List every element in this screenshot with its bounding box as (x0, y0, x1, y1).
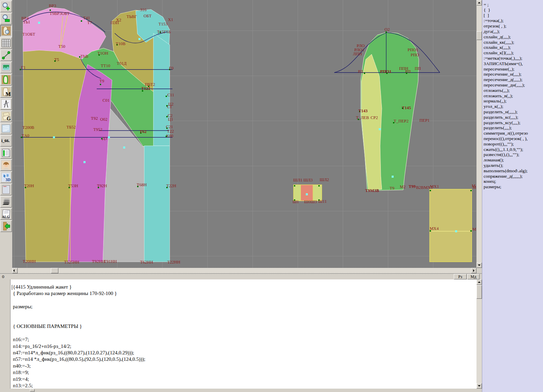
image-button[interactable] (0, 62, 12, 73)
arrow-up-icon (478, 281, 481, 283)
exit-button[interactable] (0, 220, 12, 232)
program-editor[interactable]: {4415 Удлиненный жакет }{ Разработано на… (10, 279, 476, 389)
command-item[interactable]: сжать((),,,1.1,0.9,""); (484, 147, 543, 152)
model-m-button[interactable]: M (0, 86, 12, 98)
zoom-in-button[interactable] (0, 1, 12, 12)
command-item[interactable]: отложить(,,,); (484, 88, 543, 93)
editor-line: п16:=7; (13, 336, 145, 343)
vscroll-track[interactable] (476, 5, 482, 262)
command-item[interactable]: перенос((),отрезок( , ), (484, 136, 543, 141)
command-item[interactable]: ломаная(); (484, 157, 543, 163)
svg-text:Т1ОБТ: Т1ОБТ (22, 32, 35, 37)
drafting-tools-button[interactable] (0, 98, 12, 110)
editor-line (13, 317, 145, 323)
alg-button[interactable]: ALG (0, 208, 12, 220)
svg-text:Ш1: Ш1 (293, 199, 299, 204)
blueprint-button[interactable] (0, 123, 12, 134)
command-item[interactable]: [ ] (484, 13, 543, 18)
command-item[interactable]: выполнить(dmod\.alg); (484, 168, 543, 174)
svg-text:Т_ПЕР2: Т_ПЕР2 (394, 119, 409, 123)
grid-button[interactable] (0, 37, 12, 49)
command-item[interactable]: пересечение(,,); (484, 66, 543, 72)
segment-icon (2, 51, 11, 60)
command-item[interactable]: { } (484, 7, 543, 13)
command-item[interactable]: разделить_ксу(,,,,); (484, 120, 543, 125)
canvas-horizontal-scrollbar[interactable] (12, 268, 476, 273)
view-3d-button[interactable]: 3D (0, 172, 12, 183)
command-item[interactable]: симметрия_л((),отрезо (484, 131, 543, 136)
command-item[interactable]: нормаль(,,); (484, 98, 543, 104)
svg-text:С01: С01 (102, 98, 110, 103)
command-item[interactable]: удалить(); (484, 163, 543, 168)
editor-vertical-scrollbar[interactable] (476, 279, 482, 389)
editor-scroll-up-button[interactable] (476, 279, 482, 285)
command-item[interactable]: угол_к(,,); (484, 104, 543, 109)
scroll-left-button[interactable] (12, 268, 18, 273)
drawing-canvas[interactable]: ВР3Т9ВР3ОБТТ41Т7ВР4ТЬ1Т1ОБТТ50Т5Г1ТЬВТ1О… (12, 0, 476, 268)
editor-vscroll-thumb[interactable] (476, 285, 482, 299)
command-item[interactable]: сплайн_д(,,,,); (484, 34, 543, 40)
svg-text:Т01Д: Т01Д (117, 61, 127, 66)
command-item[interactable]: дуга(,,,); (484, 29, 543, 34)
command-item[interactable]: пересечение_д(,,,,,); (484, 77, 543, 82)
pattern-preview-button[interactable] (0, 25, 12, 37)
command-item[interactable]: :=метка(точка(,),,,,); (484, 56, 543, 61)
command-item[interactable]: поворот((),,,""); (484, 141, 543, 147)
command-item[interactable]: разделить_кс(,,,,); (484, 115, 543, 120)
editor-vscroll-track[interactable] (476, 285, 482, 383)
command-item[interactable]: конец; (484, 179, 543, 184)
command-item[interactable]: развести((),(),,,""); (484, 152, 543, 157)
command-item[interactable]: ЗАПИСАТЬ(имя=(), (484, 61, 543, 66)
svg-text:Х00: Х00 (166, 134, 173, 138)
command-item[interactable]: отрезок( , ); (484, 23, 543, 29)
measure-button[interactable] (0, 50, 12, 61)
arrow-up-icon (478, 2, 481, 3)
table-button[interactable] (0, 147, 12, 159)
scroll-down-button[interactable] (476, 262, 482, 268)
svg-text:СР2: СР2 (371, 115, 378, 120)
command-item[interactable]: сплайн_к(,,,,); (484, 45, 543, 50)
command-item[interactable]: разделить_н(,,,,,); (484, 109, 543, 115)
md-button[interactable]: Мд (467, 274, 480, 279)
canvas-vertical-scrollbar[interactable] (476, 0, 482, 268)
hscroll-thumb[interactable] (51, 268, 58, 273)
scroll-up-button[interactable] (476, 0, 482, 5)
command-item[interactable]: отложить_в(,,); (484, 93, 543, 99)
books-button[interactable] (0, 196, 12, 208)
svg-text:Т53Н: Т53Н (68, 183, 78, 188)
svg-text:В2В: В2В (416, 185, 424, 190)
editor-hscroll-thumb[interactable] (30, 389, 35, 392)
svg-text:М: М (472, 185, 476, 190)
command-item[interactable]: пересечение_н(,,,,); (484, 72, 543, 77)
svg-text:ПЕР1: ПЕР1 (419, 118, 430, 123)
svg-text:Т10В: Т10В (116, 41, 125, 46)
hscroll-track[interactable] (18, 268, 471, 273)
arrow-right-icon (473, 269, 474, 272)
command-item[interactable]: сопряжение_д(,,,,,,); (484, 174, 543, 179)
rz-button[interactable]: Рз (454, 274, 467, 279)
editor-line: п19:=4; (13, 376, 145, 383)
piece-front-edge (144, 146, 170, 262)
command-item[interactable]: :=точка(,); (484, 18, 543, 23)
editor-horizontal-scrollbar[interactable] (10, 389, 476, 392)
command-item[interactable]: размеры; (484, 184, 543, 190)
svg-text:Т92НН: Т92НН (92, 259, 105, 264)
document-list-button[interactable] (0, 184, 12, 195)
command-item[interactable]: = ; (484, 2, 543, 7)
i66-button[interactable]: i_66. (0, 135, 12, 146)
model-photo-button[interactable] (0, 159, 12, 171)
pattern-edit-button[interactable] (0, 74, 12, 85)
zoom-region-button[interactable] (0, 13, 12, 24)
command-item[interactable]: пересечение_дн(,,,,,); (484, 82, 543, 88)
piece-shoulder-pad-center (301, 185, 313, 201)
scroll-right-button[interactable] (471, 268, 476, 273)
piece-sleeve-inner (361, 54, 382, 190)
svg-text:ШЛ2: ШЛ2 (320, 177, 329, 182)
svg-text:МХ4: МХ4 (430, 226, 439, 231)
command-item[interactable]: сплайн_кк(,,,,,); (484, 40, 543, 45)
editor-scroll-down-button[interactable] (476, 383, 482, 389)
vscroll-thumb[interactable] (476, 31, 482, 40)
command-item[interactable]: сплайн_к[](,,,,); (484, 50, 543, 56)
pattern-g-button[interactable]: G (0, 111, 12, 122)
command-item[interactable]: разделить(,,,,); (484, 125, 543, 131)
